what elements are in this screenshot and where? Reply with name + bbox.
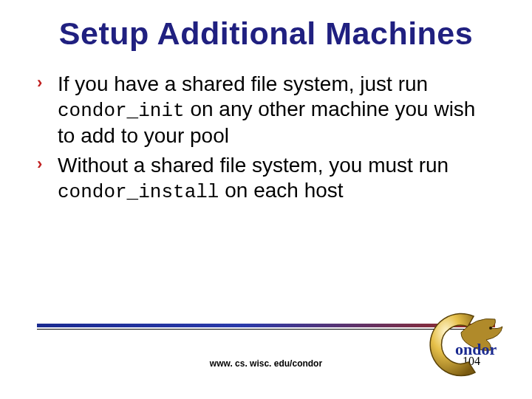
bullet-code: condor_init <box>58 100 185 122</box>
bullet-text-pre: Without a shared file system, you must r… <box>58 154 449 177</box>
bullet-list: › If you have a shared file system, just… <box>37 72 495 205</box>
bullet-item: › If you have a shared file system, just… <box>37 72 495 149</box>
bullet-code: condor_install <box>58 181 219 203</box>
slide-title: Setup Additional Machines <box>37 16 495 51</box>
svg-point-0 <box>489 327 492 330</box>
slide: Setup Additional Machines › If you have … <box>0 0 532 399</box>
bullet-text-post: on each host <box>219 179 343 202</box>
condor-logo: ondor <box>403 301 522 389</box>
bullet-item: › Without a shared file system, you must… <box>37 153 495 205</box>
logo-wordmark: ondor <box>455 340 497 358</box>
bullet-marker-icon: › <box>37 73 42 93</box>
bullet-text-pre: If you have a shared file system, just r… <box>58 72 428 95</box>
bullet-marker-icon: › <box>37 154 42 174</box>
